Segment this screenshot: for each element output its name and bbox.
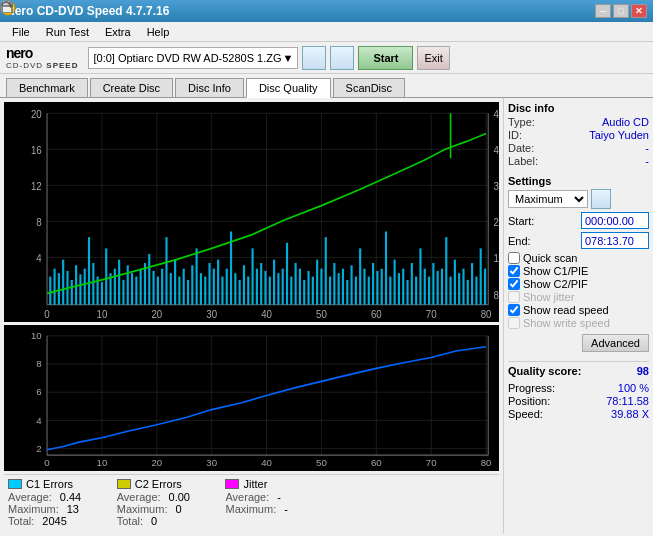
settings-section: Settings Maximum Start: End: Quick scan bbox=[508, 175, 649, 352]
main-content: 20 16 12 8 4 48 40 32 24 16 8 0 10 20 30… bbox=[0, 98, 653, 534]
right-panel: Disc info Type: Audio CD ID: Taiyo Yuden… bbox=[503, 98, 653, 534]
refresh-button[interactable] bbox=[591, 189, 611, 209]
tab-disc-quality[interactable]: Disc Quality bbox=[246, 78, 331, 98]
svg-marker-179 bbox=[10, 4, 13, 8]
